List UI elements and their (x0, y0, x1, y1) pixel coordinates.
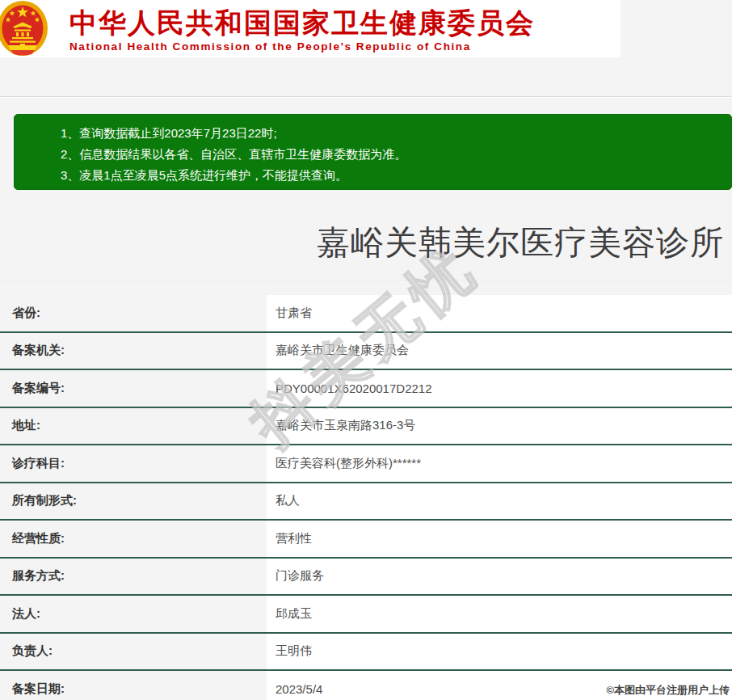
field-label: 所有制形式: (0, 483, 267, 520)
header-divider (0, 96, 732, 98)
field-value: PDY00001X62020017D2212 (267, 370, 732, 407)
table-row: 法人:邱成玉 (0, 596, 732, 634)
prc-national-emblem-icon (0, 0, 51, 60)
table-row: 备案编号:PDY00001X62020017D2212 (0, 370, 732, 408)
notice-line-3: 3、凌晨1点至凌晨5点系统进行维护，不能提供查询。 (61, 165, 715, 186)
field-value: 医疗美容科(整形外科)****** (267, 445, 732, 482)
notice-line-2: 2、信息数据结果以各省、自治区、直辖市卫生健康委数据为准。 (61, 144, 715, 165)
field-label: 备案机关: (0, 333, 267, 369)
field-value: 私人 (267, 483, 732, 520)
field-label: 地址: (0, 408, 267, 445)
field-value: 邱成玉 (267, 596, 732, 632)
table-row: 经营性质:营利性 (0, 521, 732, 559)
table-row: 所有制形式:私人 (0, 483, 732, 521)
field-label: 诊疗科目: (0, 445, 267, 482)
institution-name-title: 嘉峪关韩美尔医疗美容诊所 (317, 223, 724, 262)
field-label: 备案编号: (0, 370, 267, 407)
notice-box: 1、查询数据截止到2023年7月23日22时; 2、信息数据结果以各省、自治区、… (14, 114, 732, 190)
site-header: 中华人民共和国国家卫生健康委员会 National Health Commiss… (0, 0, 621, 57)
field-label: 省份: (0, 295, 267, 331)
table-row: 负责人:王明伟 (0, 634, 732, 672)
field-value: 嘉峪关市卫生健康委员会 (267, 333, 732, 369)
header-titles: 中华人民共和国国家卫生健康委员会 National Health Commiss… (69, 6, 535, 53)
field-label: 经营性质: (0, 521, 267, 557)
table-top-border (0, 280, 732, 280)
field-label: 负责人: (0, 634, 267, 670)
field-value: 甘肃省 (267, 295, 732, 331)
field-value: 王明伟 (267, 634, 732, 670)
site-title-english: National Health Commission of the People… (69, 40, 535, 53)
table-row: 诊疗科目:医疗美容科(整形外科)****** (0, 445, 732, 483)
table-row: 省份:甘肃省 (0, 295, 732, 333)
notice-line-1: 1、查询数据截止到2023年7月23日22时; (61, 123, 715, 144)
field-label: 备案日期: (0, 671, 267, 700)
table-row: 备案机关:嘉峪关市卫生健康委员会 (0, 333, 732, 371)
page: 中华人民共和国国家卫生健康委员会 National Health Commiss… (0, 0, 732, 700)
field-value: 门诊服务 (267, 559, 732, 595)
field-label: 法人: (0, 596, 267, 632)
corner-watermark: ©本图由平台注册用户上传 (606, 683, 730, 698)
field-value: 营利性 (267, 521, 732, 557)
table-row: 服务方式:门诊服务 (0, 559, 732, 597)
field-value: 嘉峪关市玉泉南路316-3号 (267, 408, 732, 445)
record-table: 省份:甘肃省备案机关:嘉峪关市卫生健康委员会备案编号:PDY00001X6202… (0, 295, 732, 700)
table-row: 地址:嘉峪关市玉泉南路316-3号 (0, 408, 732, 446)
site-title-chinese: 中华人民共和国国家卫生健康委员会 (69, 6, 535, 39)
field-label: 服务方式: (0, 559, 267, 595)
